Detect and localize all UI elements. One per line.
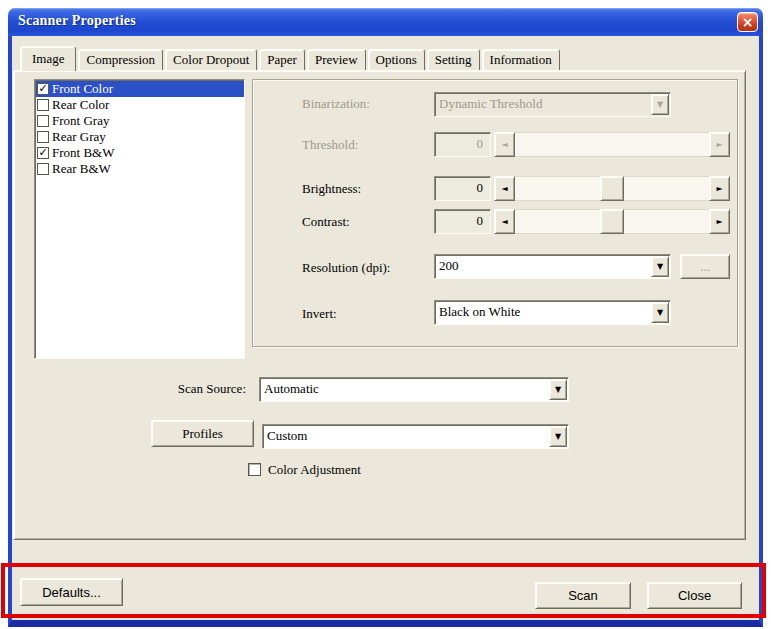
arrow-right-icon: ► xyxy=(716,141,722,149)
list-item-label: Front B&W xyxy=(51,145,114,161)
brightness-label: Brightness: xyxy=(302,181,361,197)
tab-label: Color Dropout xyxy=(173,52,249,68)
contrast-slider-thumb[interactable] xyxy=(600,209,624,234)
brightness-value-box: 0 xyxy=(434,176,491,201)
profiles-button[interactable]: Profiles xyxy=(151,420,254,447)
checkbox-rear-bw[interactable]: ✓ xyxy=(37,163,49,175)
chevron-down-icon: ▼ xyxy=(657,101,663,109)
chevron-down-icon: ▼ xyxy=(555,386,561,394)
binarization-dropdown: Dynamic Threshold ▼ xyxy=(434,92,671,117)
scrollbar-track[interactable] xyxy=(515,176,709,201)
binarization-label: Binarization: xyxy=(302,96,370,112)
scroll-left-button: ◄ xyxy=(494,132,515,157)
tab-paper[interactable]: Paper xyxy=(259,49,305,70)
tab-image[interactable]: Image xyxy=(20,46,76,71)
tab-preview[interactable]: Preview xyxy=(307,49,366,70)
list-item-rear-bw[interactable]: ✓ Rear B&W xyxy=(36,161,244,177)
contrast-label: Contrast: xyxy=(302,214,350,230)
resolution-value: 200 xyxy=(439,255,459,277)
profiles-value: Custom xyxy=(267,425,307,447)
threshold-scrollbar: ◄ ► xyxy=(494,132,730,157)
list-item-label: Front Gray xyxy=(51,113,109,129)
image-selection-list[interactable]: ✓ Front Color ✓ Rear Color ✓ Front Gray xyxy=(34,79,245,359)
chevron-down-icon: ▼ xyxy=(657,309,663,317)
list-item-label: Rear Color xyxy=(51,97,109,113)
list-item-label: Rear B&W xyxy=(51,161,111,177)
defaults-button[interactable]: Defaults... xyxy=(20,578,123,606)
scrollbar-track[interactable] xyxy=(515,209,709,234)
tab-bar: Image Compression Color Dropout Paper Pr… xyxy=(20,45,562,70)
scroll-left-button[interactable]: ◄ xyxy=(494,209,515,234)
tab-label: Setting xyxy=(435,52,472,68)
tab-label: Preview xyxy=(315,52,358,68)
list-item-rear-color[interactable]: ✓ Rear Color xyxy=(36,97,244,113)
checkbox-rear-gray[interactable]: ✓ xyxy=(37,131,49,143)
invert-dropdown[interactable]: Black on White ▼ xyxy=(434,300,671,325)
binarization-dropdown-button: ▼ xyxy=(651,94,669,115)
threshold-label: Threshold: xyxy=(302,137,358,153)
titlebar[interactable]: Scanner Properties × xyxy=(8,8,763,36)
arrow-right-icon: ► xyxy=(716,185,722,193)
arrow-left-icon: ◄ xyxy=(501,141,507,149)
settings-group: Binarization: Dynamic Threshold ▼ Thresh… xyxy=(252,79,738,347)
chevron-down-icon: ▼ xyxy=(657,263,663,271)
scan-button[interactable]: Scan xyxy=(535,582,631,609)
tab-compression[interactable]: Compression xyxy=(78,49,163,70)
scroll-right-button[interactable]: ► xyxy=(709,209,730,234)
check-icon: ✓ xyxy=(38,147,47,158)
close-button[interactable]: Close xyxy=(647,582,742,609)
tab-options[interactable]: Options xyxy=(368,49,425,70)
brightness-slider-thumb[interactable] xyxy=(600,176,624,201)
color-adjustment-label: Color Adjustment xyxy=(268,462,361,478)
brightness-scrollbar[interactable]: ◄ ► xyxy=(494,176,730,201)
scrollbar-track xyxy=(515,132,709,157)
checkbox-rear-color[interactable]: ✓ xyxy=(37,99,49,111)
profiles-dropdown-button[interactable]: ▼ xyxy=(549,426,567,447)
scan-source-dropdown-button[interactable]: ▼ xyxy=(549,379,567,400)
contrast-value-box: 0 xyxy=(434,209,491,234)
list-item-label: Front Color xyxy=(51,81,113,97)
close-window-button[interactable]: × xyxy=(737,12,758,32)
resolution-dropdown[interactable]: 200 ▼ xyxy=(434,254,671,279)
contrast-scrollbar[interactable]: ◄ ► xyxy=(494,209,730,234)
scroll-right-button[interactable]: ► xyxy=(709,176,730,201)
list-item-front-color[interactable]: ✓ Front Color xyxy=(36,81,244,97)
invert-label: Invert: xyxy=(302,306,337,322)
tab-label: Options xyxy=(376,52,417,68)
profiles-dropdown[interactable]: Custom ▼ xyxy=(262,424,569,449)
tab-label: Paper xyxy=(267,52,297,68)
tab-color-dropout[interactable]: Color Dropout xyxy=(165,49,257,70)
tab-information[interactable]: Information xyxy=(482,49,560,70)
scan-source-label: Scan Source: xyxy=(103,381,246,397)
scroll-left-button[interactable]: ◄ xyxy=(494,176,515,201)
list-item-front-gray[interactable]: ✓ Front Gray xyxy=(36,113,244,129)
dialog-body: Image Compression Color Dropout Paper Pr… xyxy=(8,36,763,627)
list-item-front-bw[interactable]: ✓ Front B&W xyxy=(36,145,244,161)
checkbox-front-gray[interactable]: ✓ xyxy=(37,115,49,127)
tab-setting[interactable]: Setting xyxy=(427,49,480,70)
chevron-down-icon: ▼ xyxy=(555,433,561,441)
desktop: Scanner Properties × Image Compression C… xyxy=(0,0,771,629)
scan-source-value: Automatic xyxy=(264,378,319,400)
scroll-right-button: ► xyxy=(709,132,730,157)
list-item-rear-gray[interactable]: ✓ Rear Gray xyxy=(36,129,244,145)
color-adjustment-checkbox[interactable] xyxy=(248,463,261,476)
arrow-left-icon: ◄ xyxy=(501,218,507,226)
invert-dropdown-button[interactable]: ▼ xyxy=(651,302,669,323)
scanner-properties-dialog: Scanner Properties × Image Compression C… xyxy=(8,8,763,627)
arrow-right-icon: ► xyxy=(716,218,722,226)
checkbox-front-bw[interactable]: ✓ xyxy=(37,147,49,159)
resolution-label: Resolution (dpi): xyxy=(302,260,390,276)
close-icon: × xyxy=(742,15,754,29)
tab-label: Compression xyxy=(86,52,155,68)
binarization-value: Dynamic Threshold xyxy=(439,93,542,115)
threshold-value-box: 0 xyxy=(434,132,491,157)
invert-value: Black on White xyxy=(439,301,520,323)
list-item-label: Rear Gray xyxy=(51,129,106,145)
tab-label: Information xyxy=(490,52,552,68)
scan-source-dropdown[interactable]: Automatic ▼ xyxy=(259,377,569,402)
resolution-more-button[interactable]: ... xyxy=(680,254,730,279)
checkbox-front-color[interactable]: ✓ xyxy=(37,83,49,95)
tab-label: Image xyxy=(32,51,64,67)
resolution-dropdown-button[interactable]: ▼ xyxy=(651,256,669,277)
